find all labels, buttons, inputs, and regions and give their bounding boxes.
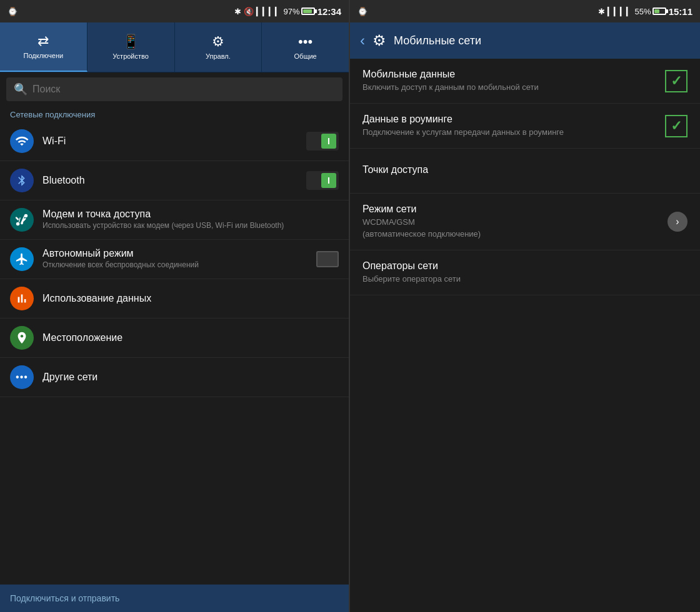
- controls-icon: ⚙: [212, 34, 224, 50]
- general-icon: •••: [298, 34, 312, 50]
- network-mode-item[interactable]: Режим сети WCDMA/GSM(автоматическое подк…: [350, 194, 700, 250]
- wifi-title: Wi-Fi: [42, 136, 298, 147]
- right-status-right: ✱ ▎▎▎▎ 55% 15:11: [598, 6, 692, 17]
- svg-point-1: [24, 214, 28, 218]
- right-header: ‹ ⚙ Мобильные сети: [350, 22, 700, 59]
- right-bluetooth-icon: ✱: [598, 7, 605, 16]
- tab-general[interactable]: ••• Общие: [262, 22, 349, 72]
- status-right-icons: ✱ 🔇 ▎▎▎▎ 97% 12:34: [234, 6, 341, 17]
- right-time-display: 15:11: [669, 6, 692, 17]
- access-points-title: Точки доступа: [362, 164, 688, 175]
- search-input[interactable]: [32, 84, 335, 95]
- wifi-item[interactable]: Wi-Fi I: [0, 122, 349, 161]
- right-battery-indicator: 55%: [635, 7, 666, 16]
- watch-icon: ⌚: [8, 7, 18, 16]
- datausage-text: Использование данных: [42, 293, 339, 304]
- roaming-title: Данные в роуминге: [362, 114, 665, 125]
- right-status-bar: ⌚ ✱ ▎▎▎▎ 55% 15:11: [350, 0, 700, 22]
- battery-box: [301, 7, 315, 15]
- location-title: Местоположение: [42, 332, 339, 343]
- bluetooth-icon: [10, 169, 34, 192]
- wifi-text: Wi-Fi: [42, 136, 298, 147]
- operators-title: Операторы сети: [362, 260, 688, 272]
- bluetooth-toggle-knob: I: [321, 173, 336, 188]
- bluetooth-toggle[interactable]: I: [306, 171, 339, 190]
- signal-icon: ▎▎▎▎: [256, 7, 281, 16]
- network-mode-chevron[interactable]: ›: [668, 212, 688, 232]
- tab-controls[interactable]: ⚙ Управл.: [175, 22, 262, 72]
- mobile-data-subtitle: Включить доступ к данным по мобильной се…: [362, 82, 665, 93]
- roaming-subtitle: Подключение к услугам передачи данных в …: [362, 127, 665, 138]
- roaming-checkmark[interactable]: [665, 115, 688, 137]
- bluetooth-text: Bluetooth: [42, 175, 298, 186]
- section-header: Сетевые подключения: [0, 106, 349, 122]
- search-bar[interactable]: 🔍: [6, 77, 342, 101]
- wifi-toggle[interactable]: I: [306, 132, 339, 151]
- tab-connections[interactable]: ⇄ Подключени: [0, 22, 88, 72]
- status-left-icons: ⌚: [8, 7, 18, 16]
- datausage-item[interactable]: Использование данных: [0, 279, 349, 318]
- airplane-icon: [10, 247, 34, 271]
- device-icon: 📱: [122, 34, 139, 50]
- left-panel: ⌚ ✱ 🔇 ▎▎▎▎ 97% 12:34 ⇄ Подключени 📱 Устр…: [0, 0, 350, 612]
- mobile-data-item[interactable]: Мобильные данные Включить доступ к данны…: [350, 59, 700, 104]
- bluetooth-status-icon: ✱: [234, 7, 241, 16]
- airplane-text: Автономный режим Отключение всех беспров…: [42, 248, 308, 270]
- access-points-text: Точки доступа: [362, 164, 688, 177]
- bluetooth-title: Bluetooth: [42, 175, 298, 186]
- search-icon: 🔍: [14, 82, 28, 96]
- othernets-title: Другие сети: [42, 372, 339, 383]
- page-title: Мобильные сети: [394, 34, 481, 47]
- location-item[interactable]: Местоположение: [0, 318, 349, 358]
- right-signal-icon: ▎▎▎▎: [608, 7, 632, 16]
- network-mode-title: Режим сети: [362, 204, 668, 215]
- header-gear-icon: ⚙: [372, 32, 386, 49]
- time-display: 12:34: [318, 6, 341, 17]
- datausage-title: Использование данных: [42, 293, 339, 304]
- tethering-icon: [10, 208, 34, 232]
- mobile-data-title: Мобильные данные: [362, 69, 665, 80]
- tethering-title: Модем и точка доступа: [42, 209, 339, 220]
- roaming-item[interactable]: Данные в роуминге Подключение к услугам …: [350, 104, 700, 149]
- location-icon: [10, 326, 34, 350]
- mobile-data-text: Мобильные данные Включить доступ к данны…: [362, 69, 665, 93]
- right-panel: ⌚ ✱ ▎▎▎▎ 55% 15:11 ‹ ⚙ Мобильные сети Мо…: [350, 0, 700, 612]
- network-mode-text: Режим сети WCDMA/GSM(автоматическое подк…: [362, 204, 668, 239]
- othernets-icon: •••: [10, 365, 34, 389]
- roaming-text: Данные в роуминге Подключение к услугам …: [362, 114, 665, 138]
- location-text: Местоположение: [42, 332, 339, 343]
- back-button[interactable]: ‹: [360, 32, 365, 49]
- battery-indicator: 97%: [284, 7, 315, 16]
- svg-point-0: [16, 222, 20, 226]
- operators-subtitle: Выберите оператора сети: [362, 274, 688, 285]
- right-status-left: ⌚: [358, 7, 368, 16]
- access-points-item[interactable]: Точки доступа: [350, 149, 700, 194]
- wifi-toggle-knob: I: [321, 134, 336, 149]
- operators-text: Операторы сети Выберите оператора сети: [362, 260, 688, 285]
- right-watch-icon: ⌚: [358, 7, 368, 16]
- datausage-icon: [10, 287, 34, 310]
- connections-icon: ⇄: [38, 33, 49, 49]
- airplane-item[interactable]: Автономный режим Отключение всех беспров…: [0, 240, 349, 279]
- right-battery-fill: [654, 9, 660, 13]
- battery-percent: 97%: [284, 7, 300, 16]
- tab-device[interactable]: 📱 Устройство: [88, 22, 175, 72]
- network-mode-subtitle: WCDMA/GSM(автоматическое подключение): [362, 217, 668, 239]
- operators-item[interactable]: Операторы сети Выберите оператора сети: [350, 250, 700, 295]
- othernets-item[interactable]: ••• Другие сети: [0, 358, 349, 397]
- right-battery-percent: 55%: [635, 7, 651, 16]
- airplane-title: Автономный режим: [42, 248, 308, 259]
- tethering-subtitle: Использовать устройство как модем (через…: [42, 221, 339, 231]
- bottom-bar-label: Подключиться и отправить: [10, 593, 119, 603]
- wifi-icon: [10, 129, 34, 153]
- right-battery-box: [652, 7, 666, 15]
- bluetooth-item[interactable]: Bluetooth I: [0, 161, 349, 200]
- left-status-bar: ⌚ ✱ 🔇 ▎▎▎▎ 97% 12:34: [0, 0, 349, 22]
- tethering-item[interactable]: Модем и точка доступа Использовать устро…: [0, 200, 349, 240]
- right-section: Мобильные данные Включить доступ к данны…: [350, 59, 700, 612]
- mobile-data-checkmark[interactable]: [665, 70, 688, 92]
- airplane-toggle[interactable]: [316, 251, 339, 267]
- othernets-text: Другие сети: [42, 372, 339, 383]
- airplane-subtitle: Отключение всех беспроводных соединений: [42, 260, 308, 270]
- tethering-text: Модем и точка доступа Использовать устро…: [42, 209, 339, 231]
